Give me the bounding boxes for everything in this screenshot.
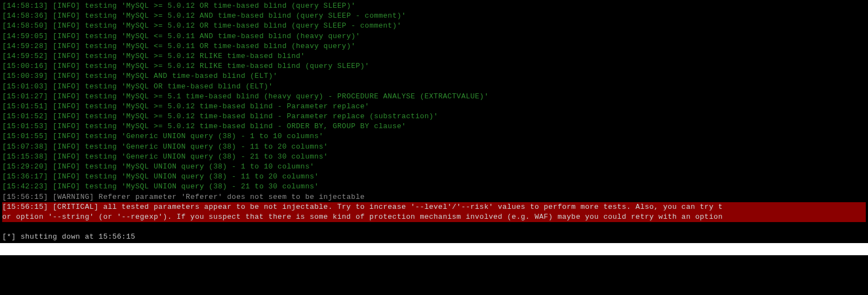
timestamp: [15:01:52] <box>2 112 48 120</box>
log-line-critical: [15:56:15] [CRITICAL] all tested paramet… <box>2 202 866 222</box>
log-message: testing 'MySQL >= 5.0.12 RLIKE time-base… <box>85 52 305 60</box>
timestamp: [14:59:28] <box>2 42 48 50</box>
log-level: [INFO] <box>53 52 80 60</box>
log-line: [14:58:13] [INFO] testing 'MySQL >= 5.0.… <box>2 1 866 11</box>
critical-text-row2: or option '--string' (or '--regexp'). If… <box>2 212 866 222</box>
log-message: testing 'MySQL >= 5.1 time-based blind (… <box>85 92 489 101</box>
log-message: testing 'Generic UNION query (38) - 1 to… <box>85 132 323 140</box>
log-line: [15:01:52] [INFO] testing 'MySQL >= 5.0.… <box>2 112 866 122</box>
log-message: testing 'Generic UNION query (38) - 11 t… <box>85 143 328 151</box>
log-message: testing 'MySQL >= 5.0.12 OR time-based b… <box>85 22 401 30</box>
log-level: [INFO] <box>53 102 80 110</box>
log-line: [15:01:27] [INFO] testing 'MySQL >= 5.1 … <box>2 92 866 102</box>
log-message: testing 'MySQL <= 5.0.11 AND time-based … <box>85 32 360 40</box>
log-line: [15:01:51] [INFO] testing 'MySQL >= 5.0.… <box>2 102 866 112</box>
log-level: [INFO] <box>53 143 80 151</box>
page-whitespace <box>0 243 868 255</box>
log-level: [INFO] <box>53 32 80 40</box>
log-level: [INFO] <box>53 162 80 171</box>
log-message: testing 'MySQL >= 5.0.12 time-based blin… <box>85 102 369 110</box>
log-level: [INFO] <box>53 22 80 30</box>
log-message: testing 'MySQL UNION query (38) - 21 to … <box>85 182 318 191</box>
log-line: [15:01:55] [INFO] testing 'Generic UNION… <box>2 131 866 141</box>
log-line: [15:00:16] [INFO] testing 'MySQL >= 5.0.… <box>2 61 866 71</box>
timestamp: [15:56:15] <box>2 193 48 201</box>
log-line: [15:01:53] [INFO] testing 'MySQL >= 5.0.… <box>2 122 866 131</box>
log-message: testing 'MySQL UNION query (38) - 11 to … <box>85 172 318 181</box>
log-line: [14:58:36] [INFO] testing 'MySQL >= 5.0.… <box>2 11 866 21</box>
timestamp: [15:01:51] <box>2 102 48 110</box>
timestamp: [15:15:38] <box>2 152 48 161</box>
timestamp: [15:07:38] <box>2 143 48 151</box>
log-level: [INFO] <box>53 112 80 120</box>
timestamp: [15:42:23] <box>2 182 48 191</box>
timestamp: [15:36:17] <box>2 172 48 181</box>
log-message: testing 'MySQL OR time-based blind (ELT)… <box>85 82 273 91</box>
log-line: [15:29:20] [INFO] testing 'MySQL UNION q… <box>2 162 866 172</box>
log-line: [14:58:50] [INFO] testing 'MySQL >= 5.0.… <box>2 21 866 31</box>
log-level: [INFO] <box>53 182 80 191</box>
timestamp: [14:58:13] <box>2 2 48 10</box>
log-level: [INFO] <box>53 172 80 181</box>
log-message: testing 'MySQL >= 5.0.12 RLIKE time-base… <box>85 62 369 70</box>
timestamp: [14:59:52] <box>2 52 48 60</box>
log-line: [14:59:52] [INFO] testing 'MySQL >= 5.0.… <box>2 51 866 61</box>
log-line: [15:01:03] [INFO] testing 'MySQL OR time… <box>2 82 866 92</box>
critical-text-row1: [15:56:15] [CRITICAL] all tested paramet… <box>2 202 866 212</box>
log-level: [WARNING] <box>53 193 94 201</box>
timestamp: [15:00:16] <box>2 62 48 70</box>
log-message: testing 'MySQL UNION query (38) - 1 to 1… <box>85 162 314 171</box>
timestamp: [14:58:50] <box>2 22 48 30</box>
log-level: [INFO] <box>53 82 80 91</box>
log-level: [INFO] <box>53 12 80 20</box>
log-line: [15:15:38] [INFO] testing 'Generic UNION… <box>2 152 866 162</box>
log-level: [INFO] <box>53 42 80 50</box>
log-line: [15:07:38] [INFO] testing 'Generic UNION… <box>2 142 866 152</box>
log-line: [15:56:15] [WARNING] Referer parameter '… <box>2 192 866 202</box>
log-lines: [14:58:13] [INFO] testing 'MySQL >= 5.0.… <box>2 1 866 202</box>
log-level: [INFO] <box>53 122 80 130</box>
log-line: [15:42:23] [INFO] testing 'MySQL UNION q… <box>2 182 866 192</box>
log-level: [INFO] <box>53 2 80 10</box>
log-level: [INFO] <box>53 62 80 70</box>
log-message: testing 'MySQL <= 5.0.11 OR time-based b… <box>85 42 355 50</box>
log-message: testing 'MySQL >= 5.0.12 OR time-based b… <box>85 2 355 10</box>
log-message: testing 'MySQL >= 5.0.12 AND time-based … <box>85 12 406 20</box>
timestamp: [14:58:36] <box>2 12 48 20</box>
log-level: [INFO] <box>53 72 80 80</box>
log-level: [INFO] <box>53 92 80 101</box>
log-message: Referer parameter 'Referer' does not see… <box>98 193 364 201</box>
timestamp: [15:01:55] <box>2 132 48 140</box>
log-line: [14:59:05] [INFO] testing 'MySQL <= 5.0.… <box>2 31 866 41</box>
log-line: [15:00:39] [INFO] testing 'MySQL AND tim… <box>2 71 866 81</box>
log-level: [INFO] <box>53 132 80 140</box>
log-level: [INFO] <box>53 152 80 161</box>
log-line: [14:59:28] [INFO] testing 'MySQL <= 5.0.… <box>2 41 866 51</box>
log-message: testing 'MySQL >= 5.0.12 time-based blin… <box>85 122 406 130</box>
log-message: testing 'MySQL >= 5.0.12 time-based blin… <box>85 112 438 120</box>
timestamp: [15:01:27] <box>2 92 48 101</box>
timestamp: [14:59:05] <box>2 32 48 40</box>
timestamp: [15:01:03] <box>2 82 48 91</box>
timestamp: [15:29:20] <box>2 162 48 171</box>
timestamp: [15:01:53] <box>2 122 48 130</box>
log-message: testing 'Generic UNION query (38) - 21 t… <box>85 152 328 161</box>
log-line: [15:36:17] [INFO] testing 'MySQL UNION q… <box>2 172 866 182</box>
terminal-output: [14:58:13] [INFO] testing 'MySQL >= 5.0.… <box>0 0 868 243</box>
log-message: testing 'MySQL AND time-based blind (ELT… <box>85 72 278 80</box>
timestamp: [15:00:39] <box>2 72 48 80</box>
shutdown-line: [*] shutting down at 15:56:15 <box>2 232 866 242</box>
